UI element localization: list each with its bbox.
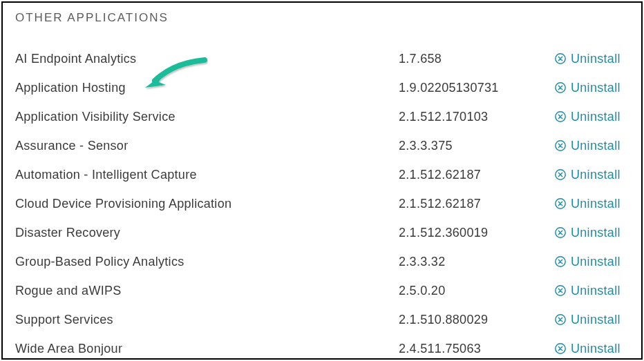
uninstall-label: Uninstall (571, 284, 621, 298)
uninstall-label: Uninstall (571, 52, 621, 66)
uninstall-button[interactable]: Uninstall (554, 284, 621, 298)
table-row: AI Endpoint Analytics1.7.658Uninstall (15, 44, 629, 73)
uninstall-button[interactable]: Uninstall (554, 255, 621, 269)
close-circle-icon (554, 226, 567, 239)
app-version: 2.1.510.880029 (399, 313, 554, 327)
uninstall-label: Uninstall (571, 342, 621, 356)
table-row: Automation - Intelligent Capture2.1.512.… (15, 160, 629, 189)
app-version: 2.3.3.375 (399, 139, 554, 153)
app-version: 2.1.512.360019 (399, 226, 554, 240)
applications-list: AI Endpoint Analytics1.7.658UninstallApp… (15, 44, 629, 360)
app-name: AI Endpoint Analytics (15, 52, 399, 66)
close-circle-icon (554, 255, 567, 268)
app-name: Cloud Device Provisioning Application (15, 197, 399, 211)
uninstall-label: Uninstall (571, 168, 621, 182)
app-version: 2.4.511.75063 (399, 342, 554, 356)
app-version: 2.3.3.32 (399, 255, 554, 269)
applications-panel: OTHER APPLICATIONS AI Endpoint Analytics… (1, 1, 643, 360)
app-version: 2.5.0.20 (399, 284, 554, 298)
uninstall-label: Uninstall (571, 313, 621, 327)
app-version: 1.7.658 (399, 52, 554, 66)
close-circle-icon (554, 313, 567, 326)
close-circle-icon (554, 168, 567, 181)
uninstall-button[interactable]: Uninstall (554, 342, 621, 356)
app-name: Assurance - Sensor (15, 139, 399, 153)
section-title: OTHER APPLICATIONS (15, 11, 629, 25)
uninstall-label: Uninstall (571, 81, 621, 95)
uninstall-button[interactable]: Uninstall (554, 81, 621, 95)
table-row: Cloud Device Provisioning Application2.1… (15, 189, 629, 218)
table-row: Application Visibility Service2.1.512.17… (15, 102, 629, 131)
close-circle-icon (554, 81, 567, 94)
table-row: Rogue and aWIPS2.5.0.20Uninstall (15, 276, 629, 305)
uninstall-button[interactable]: Uninstall (554, 110, 621, 124)
uninstall-label: Uninstall (571, 197, 621, 211)
uninstall-button[interactable]: Uninstall (554, 139, 621, 153)
table-row: Wide Area Bonjour2.4.511.75063Uninstall (15, 334, 629, 360)
table-row: Group-Based Policy Analytics2.3.3.32Unin… (15, 247, 629, 276)
table-row: Assurance - Sensor2.3.3.375Uninstall (15, 131, 629, 160)
app-name: Group-Based Policy Analytics (15, 255, 399, 269)
app-name: Automation - Intelligent Capture (15, 168, 399, 182)
app-name: Wide Area Bonjour (15, 342, 399, 356)
close-circle-icon (554, 197, 567, 210)
uninstall-button[interactable]: Uninstall (554, 168, 621, 182)
app-version: 2.1.512.170103 (399, 110, 554, 124)
uninstall-label: Uninstall (571, 255, 621, 269)
uninstall-button[interactable]: Uninstall (554, 226, 621, 240)
app-name: Application Hosting (15, 81, 399, 95)
uninstall-label: Uninstall (571, 139, 621, 153)
close-circle-icon (554, 342, 567, 355)
app-version: 2.1.512.62187 (399, 197, 554, 211)
app-version: 2.1.512.62187 (399, 168, 554, 182)
uninstall-button[interactable]: Uninstall (554, 52, 621, 66)
close-circle-icon (554, 139, 567, 152)
close-circle-icon (554, 110, 567, 123)
close-circle-icon (554, 52, 567, 65)
uninstall-button[interactable]: Uninstall (554, 313, 621, 327)
uninstall-button[interactable]: Uninstall (554, 197, 621, 211)
app-name: Support Services (15, 313, 399, 327)
uninstall-label: Uninstall (571, 226, 621, 240)
close-circle-icon (554, 284, 567, 297)
app-name: Application Visibility Service (15, 110, 399, 124)
app-name: Disaster Recovery (15, 226, 399, 240)
table-row: Application Hosting1.9.02205130731Uninst… (15, 73, 629, 102)
app-name: Rogue and aWIPS (15, 284, 399, 298)
table-row: Disaster Recovery2.1.512.360019Uninstall (15, 218, 629, 247)
app-version: 1.9.02205130731 (399, 81, 554, 95)
table-row: Support Services2.1.510.880029Uninstall (15, 305, 629, 334)
uninstall-label: Uninstall (571, 110, 621, 124)
